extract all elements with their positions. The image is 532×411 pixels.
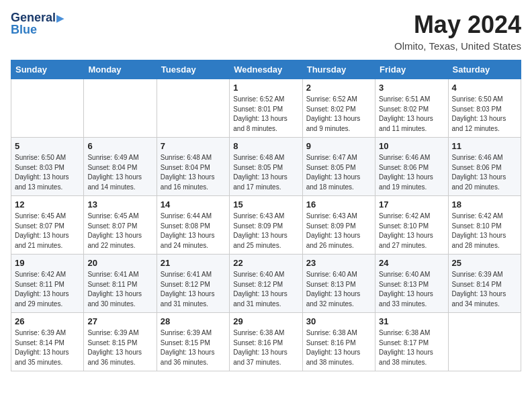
weekday-header: Wednesday [230,60,302,79]
day-number: 29 [233,316,298,326]
day-number: 11 [452,141,517,151]
calendar-cell: 31Sunrise: 6:38 AM Sunset: 8:17 PM Dayli… [375,313,448,371]
calendar-cell: 28Sunrise: 6:39 AM Sunset: 8:15 PM Dayli… [157,313,229,371]
day-number: 12 [15,199,80,210]
calendar-cell: 7Sunrise: 6:48 AM Sunset: 8:04 PM Daylig… [157,138,229,196]
calendar-cell: 14Sunrise: 6:44 AM Sunset: 8:08 PM Dayli… [157,196,229,255]
cell-info: Sunrise: 6:50 AM Sunset: 8:03 PM Dayligh… [452,95,517,134]
cell-info: Sunrise: 6:48 AM Sunset: 8:04 PM Dayligh… [161,153,226,192]
calendar-cell: 8Sunrise: 6:48 AM Sunset: 8:05 PM Daylig… [230,138,302,196]
cell-info: Sunrise: 6:42 AM Sunset: 8:10 PM Dayligh… [452,212,517,250]
calendar-cell: 11Sunrise: 6:46 AM Sunset: 8:06 PM Dayli… [448,138,521,196]
cell-info: Sunrise: 6:47 AM Sunset: 8:05 PM Dayligh… [306,153,371,192]
location-text: Olmito, Texas, United States [394,40,521,52]
calendar-cell: 13Sunrise: 6:45 AM Sunset: 8:07 PM Dayli… [84,196,157,255]
calendar-cell: 18Sunrise: 6:42 AM Sunset: 8:10 PM Dayli… [448,196,521,255]
cell-info: Sunrise: 6:51 AM Sunset: 8:02 PM Dayligh… [379,95,444,134]
calendar-cell: 20Sunrise: 6:41 AM Sunset: 8:11 PM Dayli… [84,255,157,313]
logo: General▶ Blue [11,11,64,36]
calendar-cell: 21Sunrise: 6:41 AM Sunset: 8:12 PM Dayli… [157,255,229,313]
day-number: 10 [379,141,444,151]
day-number: 2 [306,83,371,93]
calendar-cell: 22Sunrise: 6:40 AM Sunset: 8:12 PM Dayli… [230,255,302,313]
day-number: 23 [306,258,371,268]
page-header: General▶ Blue May 2024 Olmito, Texas, Un… [11,11,521,52]
day-number: 18 [452,199,517,210]
cell-info: Sunrise: 6:40 AM Sunset: 8:13 PM Dayligh… [306,270,371,309]
cell-info: Sunrise: 6:41 AM Sunset: 8:11 PM Dayligh… [87,270,152,309]
cell-info: Sunrise: 6:48 AM Sunset: 8:05 PM Dayligh… [233,153,298,192]
day-number: 8 [233,141,298,151]
weekday-header: Tuesday [157,60,229,79]
day-number: 24 [379,258,444,268]
day-number: 4 [452,83,517,93]
calendar-table: SundayMondayTuesdayWednesdayThursdayFrid… [11,60,521,371]
day-number: 9 [306,141,371,151]
cell-info: Sunrise: 6:38 AM Sunset: 8:17 PM Dayligh… [379,328,444,367]
day-number: 7 [161,141,226,151]
calendar-cell: 9Sunrise: 6:47 AM Sunset: 8:05 PM Daylig… [302,138,375,196]
cell-info: Sunrise: 6:52 AM Sunset: 8:01 PM Dayligh… [233,95,298,134]
calendar-cell: 27Sunrise: 6:39 AM Sunset: 8:15 PM Dayli… [84,313,157,371]
calendar-cell [11,79,84,138]
day-number: 27 [87,316,152,326]
calendar-cell [448,313,521,371]
day-number: 22 [233,258,298,268]
calendar-cell: 25Sunrise: 6:39 AM Sunset: 8:14 PM Dayli… [448,255,521,313]
day-number: 25 [452,258,517,268]
day-number: 3 [379,83,444,93]
day-number: 5 [15,141,80,151]
day-number: 20 [87,258,152,268]
calendar-cell: 16Sunrise: 6:43 AM Sunset: 8:09 PM Dayli… [302,196,375,255]
cell-info: Sunrise: 6:38 AM Sunset: 8:16 PM Dayligh… [306,328,371,367]
cell-info: Sunrise: 6:42 AM Sunset: 8:11 PM Dayligh… [15,270,80,309]
calendar-cell: 23Sunrise: 6:40 AM Sunset: 8:13 PM Dayli… [302,255,375,313]
calendar-cell: 17Sunrise: 6:42 AM Sunset: 8:10 PM Dayli… [375,196,448,255]
cell-info: Sunrise: 6:46 AM Sunset: 8:06 PM Dayligh… [452,153,517,192]
day-number: 19 [15,258,80,268]
title-block: May 2024 Olmito, Texas, United States [394,11,521,52]
cell-info: Sunrise: 6:39 AM Sunset: 8:15 PM Dayligh… [161,328,226,367]
cell-info: Sunrise: 6:39 AM Sunset: 8:15 PM Dayligh… [87,328,152,367]
cell-info: Sunrise: 6:38 AM Sunset: 8:16 PM Dayligh… [233,328,298,367]
day-number: 16 [306,199,371,210]
day-number: 28 [161,316,226,326]
day-number: 14 [161,199,226,210]
logo-line2: Blue [11,24,64,37]
calendar-cell: 26Sunrise: 6:39 AM Sunset: 8:14 PM Dayli… [11,313,84,371]
cell-info: Sunrise: 6:44 AM Sunset: 8:08 PM Dayligh… [161,212,226,250]
cell-info: Sunrise: 6:42 AM Sunset: 8:10 PM Dayligh… [379,212,444,250]
day-number: 30 [306,316,371,326]
calendar-cell: 6Sunrise: 6:49 AM Sunset: 8:04 PM Daylig… [84,138,157,196]
calendar-cell: 2Sunrise: 6:52 AM Sunset: 8:02 PM Daylig… [302,79,375,138]
day-number: 21 [161,258,226,268]
calendar-cell: 5Sunrise: 6:50 AM Sunset: 8:03 PM Daylig… [11,138,84,196]
cell-info: Sunrise: 6:41 AM Sunset: 8:12 PM Dayligh… [161,270,226,309]
calendar-cell: 1Sunrise: 6:52 AM Sunset: 8:01 PM Daylig… [230,79,302,138]
day-number: 26 [15,316,80,326]
cell-info: Sunrise: 6:39 AM Sunset: 8:14 PM Dayligh… [15,328,80,367]
calendar-cell [157,79,229,138]
calendar-cell: 29Sunrise: 6:38 AM Sunset: 8:16 PM Dayli… [230,313,302,371]
calendar-cell: 10Sunrise: 6:46 AM Sunset: 8:06 PM Dayli… [375,138,448,196]
calendar-cell: 3Sunrise: 6:51 AM Sunset: 8:02 PM Daylig… [375,79,448,138]
day-number: 31 [379,316,444,326]
calendar-cell: 30Sunrise: 6:38 AM Sunset: 8:16 PM Dayli… [302,313,375,371]
calendar-cell [84,79,157,138]
day-number: 15 [233,199,298,210]
calendar-cell: 24Sunrise: 6:40 AM Sunset: 8:13 PM Dayli… [375,255,448,313]
day-number: 1 [233,83,298,93]
cell-info: Sunrise: 6:43 AM Sunset: 8:09 PM Dayligh… [233,212,298,250]
cell-info: Sunrise: 6:49 AM Sunset: 8:04 PM Dayligh… [87,153,152,192]
weekday-header: Saturday [448,60,521,79]
cell-info: Sunrise: 6:46 AM Sunset: 8:06 PM Dayligh… [379,153,444,192]
weekday-header: Sunday [11,60,84,79]
cell-info: Sunrise: 6:40 AM Sunset: 8:13 PM Dayligh… [379,270,444,309]
day-number: 17 [379,199,444,210]
day-number: 13 [87,199,152,210]
cell-info: Sunrise: 6:40 AM Sunset: 8:12 PM Dayligh… [233,270,298,309]
calendar-cell: 15Sunrise: 6:43 AM Sunset: 8:09 PM Dayli… [230,196,302,255]
cell-info: Sunrise: 6:45 AM Sunset: 8:07 PM Dayligh… [87,212,152,250]
calendar-cell: 4Sunrise: 6:50 AM Sunset: 8:03 PM Daylig… [448,79,521,138]
weekday-header: Friday [375,60,448,79]
